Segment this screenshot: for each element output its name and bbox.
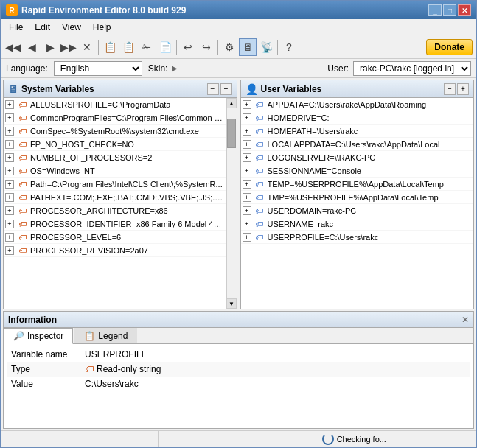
scroll-down-arrow[interactable]: ▼ [226, 298, 237, 309]
expand-icon[interactable]: + [5, 140, 14, 149]
menubar: File Edit View Help [1, 19, 476, 35]
variable-text: USERNAME=rakc [268, 220, 334, 228]
toolbar-forward2[interactable]: ▶▶ [60, 38, 77, 56]
expand-icon[interactable]: + [243, 167, 251, 175]
variable-tag-icon: 🏷 [254, 126, 265, 136]
expand-icon[interactable]: + [243, 140, 251, 149]
expand-icon[interactable]: + [5, 206, 14, 215]
expand-icon[interactable]: + [5, 167, 14, 175]
list-item[interactable]: + 🏷 PROCESSOR_IDENTIFIER=x86 Family 6 Mo… [4, 217, 226, 231]
expand-icon[interactable]: + [5, 180, 14, 189]
toolbar-network[interactable]: 📡 [257, 38, 275, 56]
variable-text: USERPROFILE=C:\Users\rakc [268, 233, 379, 242]
variable-text: PROCESSOR_REVISION=2a07 [30, 246, 148, 255]
expand-icon[interactable]: + [5, 220, 14, 228]
language-select[interactable]: English [54, 61, 142, 76]
list-item[interactable]: + 🏷 HOMEPATH=\Users\rakc [241, 125, 474, 138]
expand-icon[interactable]: + [5, 127, 14, 136]
list-item[interactable]: + 🏷 APPDATA=C:\Users\rakc\AppData\Roamin… [241, 98, 474, 111]
toolbar-back2[interactable]: ◀ [23, 38, 41, 56]
expand-icon[interactable]: + [5, 246, 14, 255]
toolbar-forward1[interactable]: ▶ [41, 38, 59, 56]
list-item[interactable]: + 🏷 LOGONSERVER=\\RAKC-PC [241, 151, 474, 164]
list-item[interactable]: + 🏷 TEMP=%USERPROFILE%\AppData\Local\Tem… [241, 178, 474, 191]
toolbar-settings[interactable]: ⚙ [220, 38, 238, 56]
toolbar-monitor-active[interactable]: 🖥 [239, 38, 257, 56]
variable-tag-icon: 🏷 [254, 219, 265, 229]
variable-text: USERDOMAIN=rakc-PC [268, 206, 357, 215]
close-button[interactable]: ✕ [458, 4, 471, 16]
menu-help[interactable]: Help [88, 21, 116, 34]
list-item[interactable]: + 🏷 PROCESSOR_REVISION=2a07 [4, 244, 226, 257]
expand-icon[interactable]: + [243, 127, 251, 136]
list-item[interactable]: + 🏷 NUMBER_OF_PROCESSORS=2 [4, 151, 226, 164]
variable-text: LOGONSERVER=\\RAKC-PC [268, 153, 376, 162]
list-item[interactable]: + 🏷 FP_NO_HOST_CHECK=NO [4, 138, 226, 151]
expand-icon[interactable]: + [243, 180, 251, 189]
system-variables-scrollbar[interactable]: ▲ ▼ [226, 98, 237, 309]
expand-icon[interactable]: + [5, 153, 14, 162]
list-item[interactable]: + 🏷 ComSpec=%SystemRoot%\system32\cmd.ex… [4, 125, 226, 138]
system-variables-collapse-btn[interactable]: − [207, 83, 219, 95]
list-item[interactable]: + 🏷 USERNAME=rakc [241, 217, 474, 231]
tab-legend[interactable]: 📋 Legend [74, 328, 137, 343]
list-item[interactable]: + 🏷 USERPROFILE=C:\Users\rakc [241, 231, 474, 244]
user-variables-collapse-btn[interactable]: − [444, 83, 456, 95]
list-item[interactable]: + 🏷 PROCESSOR_ARCHITECTURE=x86 [4, 204, 226, 217]
minimize-button[interactable]: _ [428, 4, 442, 16]
expand-icon[interactable]: + [243, 220, 251, 228]
list-item[interactable]: + 🏷 HOMEDRIVE=C: [241, 111, 474, 125]
expand-icon[interactable]: + [243, 233, 251, 242]
expand-icon[interactable]: + [5, 100, 14, 109]
list-item[interactable]: + 🏷 CommonProgramFiles=C:\Program Files\… [4, 111, 226, 125]
status-section-1 [4, 431, 159, 447]
info-variable-name-row: Variable name USERPROFILE [7, 347, 470, 362]
toolbar-redo[interactable]: ↪ [198, 38, 215, 56]
system-variables-expand-btn[interactable]: + [220, 83, 232, 95]
expand-icon[interactable]: + [243, 100, 251, 109]
menu-view[interactable]: View [58, 21, 86, 34]
user-variables-expand-btn[interactable]: + [457, 83, 469, 95]
list-item[interactable]: + 🏷 Path=C:\Program Files\Intel\CLS Clie… [4, 178, 226, 191]
list-item[interactable]: + 🏷 PROCESSOR_LEVEL=6 [4, 231, 226, 244]
list-item[interactable]: + 🏷 OS=Windows_NT [4, 164, 226, 178]
list-item[interactable]: + 🏷 USERDOMAIN=rakc-PC [241, 204, 474, 217]
variable-tag-icon: 🏷 [254, 153, 265, 163]
toolbar-cut[interactable]: ✁ [138, 38, 156, 56]
expand-icon[interactable]: + [243, 193, 251, 202]
menu-file[interactable]: File [4, 21, 27, 34]
scroll-up-arrow[interactable]: ▲ [226, 98, 237, 108]
inspector-content: Variable name USERPROFILE Type 🏷 Read-on… [4, 344, 473, 428]
list-item[interactable]: + 🏷 LOCALAPPDATA=C:\Users\rakc\AppData\L… [241, 138, 474, 151]
skin-arrow[interactable]: ▶ [172, 64, 178, 72]
toolbar-undo[interactable]: ↩ [179, 38, 197, 56]
maximize-button[interactable]: □ [443, 4, 456, 16]
expand-icon[interactable]: + [5, 113, 14, 122]
variable-text: Path=C:\Program Files\Intel\CLS Client\;… [30, 180, 223, 189]
variable-tag-icon: 🏷 [16, 99, 28, 110]
donate-button[interactable]: Donate [426, 39, 473, 55]
expand-icon[interactable]: + [243, 113, 251, 122]
expand-icon[interactable]: + [5, 193, 14, 202]
expand-icon[interactable]: + [5, 233, 14, 242]
toolbar-delete[interactable]: ✕ [78, 38, 96, 56]
list-item[interactable]: + 🏷 ALLUSERSPROFILE=C:\ProgramData [4, 98, 226, 111]
list-item[interactable]: + 🏷 SESSIONNAME=Console [241, 164, 474, 178]
tab-inspector[interactable]: 🔎 Inspector [4, 328, 73, 344]
variable-text: PATHEXT=.COM;.EXE;.BAT;.CMD;.VBS;.VBE;.J… [30, 193, 225, 202]
title-bar: R Rapid Environment Editor 8.0 build 929… [1, 1, 476, 19]
variable-tag-icon: 🏷 [16, 126, 28, 136]
information-close-button[interactable]: ✕ [462, 315, 469, 325]
list-item[interactable]: + 🏷 TMP=%USERPROFILE%\AppData\Local\Temp [241, 191, 474, 204]
toolbar-copy1[interactable]: 📋 [101, 38, 119, 56]
scroll-thumb[interactable] [227, 119, 236, 148]
list-item[interactable]: + 🏷 PATHEXT=.COM;.EXE;.BAT;.CMD;.VBS;.VB… [4, 191, 226, 204]
menu-edit[interactable]: Edit [30, 21, 55, 34]
expand-icon[interactable]: + [243, 206, 251, 215]
toolbar-help[interactable]: ? [280, 38, 298, 56]
toolbar-paste[interactable]: 📄 [156, 38, 174, 56]
expand-icon[interactable]: + [243, 153, 251, 162]
toolbar-copy2[interactable]: 📋 [119, 38, 137, 56]
toolbar-back1[interactable]: ◀◀ [4, 38, 22, 56]
user-select[interactable]: rakc-PC\rakc [logged in] [353, 61, 471, 76]
